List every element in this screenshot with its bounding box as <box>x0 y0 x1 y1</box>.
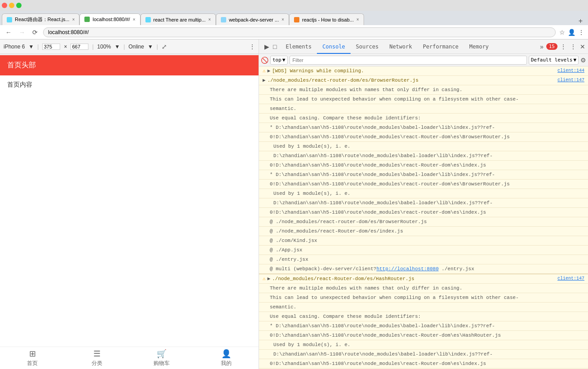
title-bar <box>0 0 588 11</box>
console-output[interactable]: ⚠ ▶ [WDS] Warnings while compiling. clie… <box>259 66 588 369</box>
close-button[interactable] <box>2 3 7 8</box>
warn-icon: ⚠ <box>263 275 266 282</box>
back-button[interactable]: ← <box>4 28 13 37</box>
expand-arrow[interactable]: ▶ <box>268 67 271 75</box>
more-tabs-button[interactable]: » <box>539 42 544 51</box>
console-filter-input[interactable] <box>290 56 527 65</box>
tab-network[interactable]: Network <box>384 40 417 54</box>
tab-sources[interactable]: Sources <box>351 40 384 54</box>
tab-sources-label: Sources <box>356 44 379 50</box>
tab-label: localhost:8080/#/ <box>92 17 130 22</box>
height-input[interactable] <box>70 44 88 50</box>
zoom-arrow[interactable]: ▼ <box>114 44 120 50</box>
nav-home[interactable]: ⊞ 首页 <box>0 347 65 369</box>
localhost-link[interactable]: http://localhost:8080 <box>377 266 439 272</box>
account-icon[interactable]: 👤 <box>568 29 575 36</box>
tab-elements-label: Elements <box>285 44 312 50</box>
tab-close-btn[interactable]: × <box>281 17 284 22</box>
tab-react-router[interactable]: React路由器：React.js... × <box>2 13 79 25</box>
tab-console[interactable]: Console <box>317 40 351 54</box>
inspect-element-button[interactable]: ▶ <box>263 42 270 51</box>
console-text: 0!D:\zhandian\san\h5-1108\route\node_mod… <box>270 162 584 169</box>
console-text: 0!D:\zhandian\san\h5-1108\route\node_mod… <box>270 360 584 367</box>
console-text: Used by 1 module(s), i. e. <box>273 341 584 348</box>
console-text: There are multiple modules with names th… <box>270 86 584 93</box>
nav-profile[interactable]: 👤 我的 <box>194 347 259 369</box>
device-toggle-button[interactable]: □ <box>272 42 277 51</box>
tab-stackoverflow[interactable]: reactjs - How to disab... × <box>289 13 364 25</box>
tab-elements[interactable]: Elements <box>280 40 317 54</box>
console-line: D:\zhandian\san\h5-1108\route\node_modul… <box>259 151 588 161</box>
context-selector[interactable]: top ▼ <box>270 56 288 65</box>
profile-icon: 👤 <box>221 349 231 359</box>
expand-arrow[interactable]: ▶ <box>263 77 266 84</box>
nav-category[interactable]: ☰ 分类 <box>65 347 129 369</box>
console-line: @ ./entry.jsx <box>259 255 588 264</box>
device-toolbar: iPhone 6 ▼ | × | 100% ▼ | Online ▼ | ⤢ ⋮ <box>0 40 259 54</box>
console-line: ⚠ ▶ ./node_modules/react-Router-dom/es/H… <box>259 274 588 284</box>
tabs-bar: React路由器：React.js... × localhost:8080/#/… <box>0 11 588 25</box>
console-text: Use equal casing. Compare these module i… <box>270 114 584 122</box>
console-text: 0!D:\zhandian\san\h5-1108\route\node_mod… <box>270 332 584 339</box>
tab-react-multiple[interactable]: react There are multip... × <box>140 13 216 25</box>
levels-selector[interactable]: Default levels ▼ <box>529 56 579 65</box>
console-gear-button[interactable]: ⚙ <box>580 57 586 64</box>
line-ref[interactable]: client:147 <box>557 77 584 84</box>
console-text: ./node_modules/react-router-dom/es/Brows… <box>268 77 556 84</box>
forward-button[interactable]: → <box>17 28 27 37</box>
console-line: There are multiple modules with names th… <box>259 85 588 95</box>
tab-network-label: Network <box>389 44 412 50</box>
url-input[interactable] <box>43 27 556 37</box>
line-ref[interactable]: client:147 <box>557 275 584 282</box>
minimize-button[interactable] <box>9 3 14 8</box>
nav-cart[interactable]: 🛒 购物车 <box>129 347 194 369</box>
console-text: Use equal casing. Compare these module i… <box>270 313 584 320</box>
new-tab-button[interactable]: + <box>579 17 583 25</box>
reload-button[interactable]: ⟳ <box>31 28 39 37</box>
category-icon: ☰ <box>93 349 101 359</box>
tab-webpack[interactable]: webpack-dev-server ... × <box>216 13 289 25</box>
tab-performance[interactable]: Performance <box>417 40 464 54</box>
tab-memory[interactable]: Memory <box>464 40 494 54</box>
width-input[interactable] <box>42 44 60 50</box>
devtools-more-button[interactable]: ⋮ <box>569 42 577 51</box>
console-text: @ ./com/Kind.jsx <box>270 237 584 244</box>
maximize-button[interactable] <box>16 3 22 8</box>
console-line: Used by 1 module(s), i. e. <box>259 340 588 350</box>
settings-icon[interactable]: ⋮ <box>578 29 584 36</box>
network-label: Online <box>128 44 144 50</box>
tab-localhost[interactable]: localhost:8080/#/ × <box>79 13 140 25</box>
devtools-close-button[interactable]: ✕ <box>579 42 586 51</box>
console-line: 0!D:\zhandian\san\h5-1108\route\node_mod… <box>259 161 588 170</box>
tab-close-btn[interactable]: × <box>208 17 211 22</box>
more-options[interactable]: ⋮ <box>250 44 255 50</box>
tab-close-btn[interactable]: × <box>72 17 75 22</box>
console-line: This can lead to unexpected behavior whe… <box>259 95 588 104</box>
context-arrow: ▼ <box>282 57 285 63</box>
line-ref[interactable]: client:144 <box>557 67 584 75</box>
console-text: @ ./entry.jsx <box>270 256 584 263</box>
devtools-settings-button[interactable]: ⋮ <box>559 42 567 51</box>
dimension-x: × <box>64 44 67 50</box>
network-arrow[interactable]: ▼ <box>148 44 153 50</box>
dropdown-arrow[interactable]: ▼ <box>28 44 34 50</box>
tab-close-btn[interactable]: × <box>133 17 136 22</box>
console-line: 0!D:\zhandian\san\h5-1108\route\node_mod… <box>259 132 588 142</box>
devtools-right-icons: » 15 ⋮ ⋮ ✕ <box>539 42 586 51</box>
console-text: 0!D:\zhandian\san\h5-1108\route\node_mod… <box>270 180 584 188</box>
console-line: There are multiple modules with names th… <box>259 284 588 293</box>
mobile-header: 首页头部 <box>0 55 259 75</box>
console-text: * D:\zhandian\san\h5-1108\route\node_mod… <box>270 322 584 329</box>
expand-arrow[interactable]: ▶ <box>268 275 271 282</box>
clear-console-button[interactable]: 🚫 <box>261 57 268 64</box>
console-line: 0!D:\zhandian\san\h5-1108\route\node_mod… <box>259 331 588 340</box>
rotate-button[interactable]: ⤢ <box>162 43 167 50</box>
bookmark-icon[interactable]: ☆ <box>559 29 565 36</box>
console-text: This can lead to unexpected behavior whe… <box>270 96 584 103</box>
console-text: semantic. <box>270 303 584 311</box>
console-line: Used by 1 module(s), i. e. <box>259 142 588 151</box>
tab-console-label: Console <box>322 44 345 50</box>
tab-close-btn[interactable]: × <box>356 17 359 22</box>
console-text: Used by 1 module(s), i. e. <box>273 143 584 150</box>
tab-favicon-local <box>84 17 90 22</box>
